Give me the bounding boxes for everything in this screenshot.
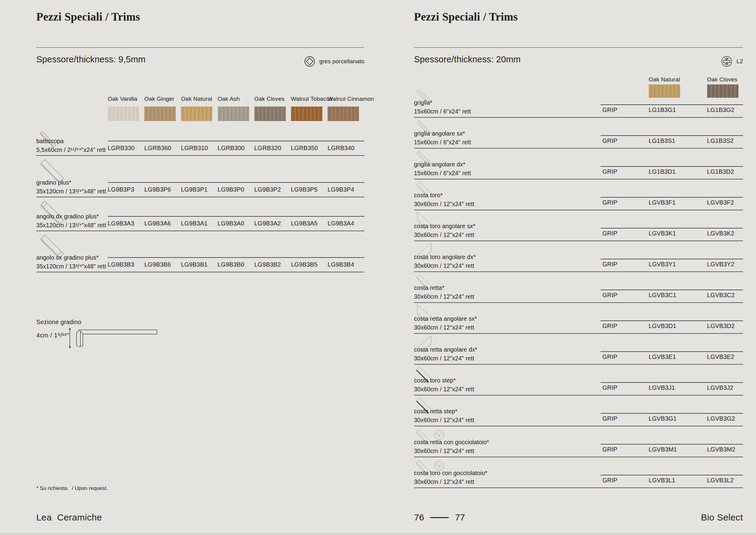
- trim-name: costa retta step*: [414, 407, 474, 416]
- product-code: LG9B3P2: [254, 186, 281, 193]
- product-code: LG9B3P1: [181, 186, 207, 193]
- product-code: LG9B3P6: [144, 186, 171, 193]
- trim-row-griglia: griglia*15x60cm / 6"x24" rettGRIPLG1B3G1…: [414, 87, 743, 118]
- trim-size: 30x60cm / 12"x24" rett: [414, 477, 487, 486]
- product-code: LGVB3Y2: [707, 261, 734, 268]
- trim-size: 30x60cm / 12"x24" rett: [414, 416, 474, 425]
- trim-row-costa-toro-angolare-dx: costa toro angolare dx*30x60cm / 12"x24"…: [414, 241, 743, 272]
- product-code: GRIP: [602, 137, 617, 144]
- trim-row-gradino-plus: gradino plus*35x120cm / 13³/⁴"x48" rettL…: [36, 156, 364, 197]
- product-code: LG9B3A2: [254, 220, 281, 227]
- row-divider: [36, 272, 364, 272]
- codes-divider: [601, 104, 743, 105]
- trim-name: griglia angolare dx*: [414, 160, 471, 169]
- trim-size: 30x60cm / 12"x24" rett: [414, 200, 474, 209]
- trim-size: 15x60cm / 6"x24" rett: [414, 107, 471, 116]
- product-code: LG1B3S1: [649, 137, 675, 144]
- codes-divider: [108, 182, 364, 183]
- product-code: GRIP: [602, 261, 617, 268]
- product-code: LGVB3M2: [707, 446, 736, 453]
- trim-name: costa toro angolare dx*: [414, 253, 476, 262]
- codes-divider: [601, 228, 743, 229]
- product-code: LG9B3B6: [144, 261, 171, 268]
- codes-divider: [601, 321, 743, 321]
- trim-row-griglia-angolare-dx: griglia angolare dx*15x60cm / 6"x24" ret…: [414, 149, 743, 180]
- trim-row-costa-toro-angolare-sx: costa toro angolare sx*30x60cm / 12"x24"…: [414, 210, 743, 241]
- trim-label: gradino plus*35x120cm / 13³/⁴"x48" rett: [36, 178, 106, 196]
- column-header-oak-cloves: Oak Cloves: [707, 76, 737, 83]
- codes-divider: [108, 257, 364, 258]
- product-code: GRIP: [602, 168, 617, 175]
- trim-label: griglia angolare sx*15x60cm / 6"x24" ret…: [414, 129, 471, 147]
- trim-label: costa retta con gocciolatoio*30x60cm / 1…: [414, 438, 489, 456]
- product-code: LGVB3E2: [707, 353, 734, 360]
- codes-divider: [601, 351, 743, 352]
- product-code: LGRB350: [291, 145, 318, 152]
- page-bottom-edge: [0, 533, 756, 535]
- section-diagram-title: Sezione gradino: [36, 319, 81, 325]
- trim-size: 30x60cm / 12"x24" rett: [414, 323, 477, 332]
- product-code: LG9B3P4: [328, 186, 354, 193]
- trim-name: costa retta angolare dx*: [414, 345, 477, 354]
- trim-row-battiscopa: battiscopa5,5x60cm / 2¹¹/⁶⁴"x24" rettLGR…: [36, 128, 364, 156]
- product-code: LG9B3B0: [218, 261, 244, 268]
- product-code: GRIP: [602, 199, 617, 206]
- product-code: LG1B3S2: [707, 137, 734, 144]
- trims-table-20mm: griglia*15x60cm / 6"x24" rettGRIPLG1B3G1…: [414, 87, 743, 488]
- trim-label: costa toro step*30x60cm / 12"x24" rett: [414, 376, 474, 394]
- product-code: LGVB3G1: [649, 415, 677, 422]
- trim-size: 30x60cm / 12"x24" rett: [414, 385, 474, 394]
- product-code: LG1B3D1: [649, 168, 676, 175]
- wood-swatch-walnut-cinnamon: [328, 106, 359, 121]
- trim-label: costa toro angolare sx*30x60cm / 12"x24"…: [414, 222, 475, 239]
- trim-label: angolo sx gradino plus*35x120cm / 13³/⁴"…: [36, 253, 106, 271]
- trim-size: 30x60cm / 12"x24" rett: [414, 262, 476, 270]
- wood-swatch-walnut-tobacco: [291, 106, 322, 121]
- trim-size: 5,5x60cm / 2¹¹/⁶⁴"x24" rett: [36, 146, 106, 154]
- product-code: LG9B3A6: [144, 220, 171, 227]
- header-rule: [36, 47, 364, 48]
- trim-label: costa toro*30x60cm / 12"x24" rett: [414, 191, 474, 209]
- trim-name: costa toro con gocciolatoio*: [414, 469, 487, 477]
- product-code: GRIP: [602, 384, 617, 391]
- codes-divider: [601, 444, 743, 444]
- trim-row-costa-retta-con-gocciolatoio: costa retta con gocciolatoio*30x60cm / 1…: [414, 426, 743, 457]
- trim-name: battiscopa: [36, 137, 106, 146]
- product-code: LGVB3F2: [707, 199, 734, 206]
- section-dimension-label: 4cm / 1⁹/¹⁶": [36, 332, 69, 339]
- product-code: LGRB340: [328, 145, 354, 152]
- trim-row-costa-toro-con-gocciolatoio: costa toro con gocciolatoio*30x60cm / 12…: [414, 457, 743, 488]
- codes-divider: [601, 166, 743, 167]
- trim-label: griglia*15x60cm / 6"x24" rett: [414, 99, 471, 116]
- column-header-oak-cloves: Oak Cloves: [254, 96, 284, 102]
- product-code: LG1B3D2: [707, 168, 734, 175]
- product-code: GRIP: [602, 323, 617, 329]
- column-header-oak-natural: Oak Natural: [649, 76, 680, 83]
- product-code: GRIP: [602, 415, 617, 422]
- trim-name: angolo dx gradino plus*: [36, 212, 106, 221]
- trim-row-costa-toro-step: costa toro step*30x60cm / 12"x24" rettGR…: [414, 365, 743, 396]
- trim-row-costa-retta: costa retta*30x60cm / 12"x24" rettGRIPLG…: [414, 272, 743, 303]
- codes-divider: [601, 475, 743, 475]
- product-code: LG9B3B3: [108, 261, 134, 268]
- collection-footer: Bio Select: [414, 512, 743, 522]
- column-header-walnut-cinnamon: Walnut Cinnamon: [328, 96, 374, 102]
- wood-swatch-oak-ginger: [144, 106, 176, 121]
- product-code: GRIP: [602, 292, 617, 299]
- trim-label: costa toro con gocciolatoio*30x60cm / 12…: [414, 469, 487, 487]
- product-code: GRIP: [602, 353, 617, 360]
- trim-label: costa retta*30x60cm / 12"x24" rett: [414, 284, 474, 301]
- finish-badge-label: L2: [736, 58, 743, 65]
- product-code: LGVB3D1: [649, 323, 676, 329]
- trim-size: 35x120cm / 13³/⁴"x48" rett: [36, 262, 106, 271]
- product-code: LG9B3B5: [291, 261, 317, 268]
- wood-swatch-oak-natural: [181, 106, 212, 121]
- trim-size: 35x120cm / 13³/⁴"x48" rett: [36, 221, 106, 230]
- column-header-oak-ginger: Oak Ginger: [144, 96, 174, 102]
- footnote: * Su richiesta. / Upon request.: [36, 485, 108, 492]
- trim-row-angolo-sx-gradino-plus: angolo sx gradino plus*35x120cm / 13³/⁴"…: [36, 231, 364, 272]
- row-divider: [414, 488, 743, 488]
- product-code: LG9B3A5: [291, 220, 317, 227]
- product-code: LG9B3A0: [218, 220, 244, 227]
- product-code: LGVB3G2: [707, 415, 735, 422]
